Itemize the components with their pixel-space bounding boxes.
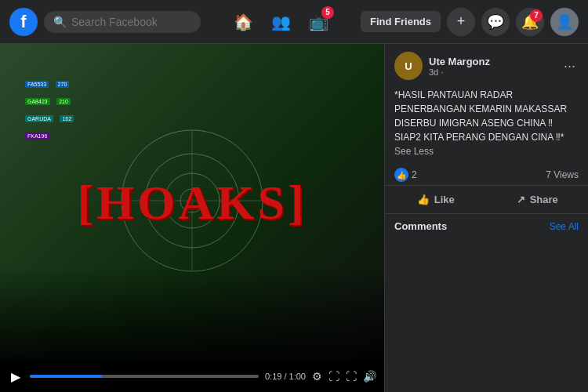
find-friends-button[interactable]: Find Friends <box>361 11 441 32</box>
messenger-icon: 💬 <box>487 13 504 31</box>
right-panel: U Ute Margonz 3d · ··· *HASIL PANTAUAN R… <box>384 44 588 392</box>
create-button[interactable]: + <box>447 8 475 36</box>
people-nav-button[interactable]: 👥 <box>263 5 298 39</box>
comments-section: Comments See All <box>385 214 588 392</box>
flight-tag-alt-1: 270 <box>56 81 70 88</box>
share-action-button[interactable]: ↗ Share <box>487 189 589 210</box>
profile-avatar-button[interactable]: 👤 <box>550 8 579 36</box>
views-count: 7 Views <box>546 169 579 180</box>
see-all-comments-button[interactable]: See All <box>550 221 579 232</box>
play-button[interactable]: ▶ <box>8 369 24 384</box>
flight-tag-4: FKA196 <box>25 132 49 140</box>
more-options-button[interactable]: ··· <box>561 58 579 74</box>
notifications-button[interactable]: 🔔 7 <box>516 8 544 36</box>
post-author-avatar: U <box>394 52 423 80</box>
flight-tag-2: GA8423 <box>25 98 50 105</box>
flight-tag-1: FA5533 <box>25 81 49 88</box>
notif-badge: 7 <box>530 9 543 22</box>
video-timestamp: 0:19 / 1:00 <box>265 372 306 381</box>
facebook-logo: f <box>9 8 38 36</box>
like-reaction-icon: 👍 <box>394 168 408 182</box>
messenger-button[interactable]: 💬 <box>481 8 510 36</box>
post-actions: 👍 Like ↗ Share <box>385 186 588 214</box>
post-stats: 👍 2 7 Views <box>385 165 588 186</box>
comments-label: Comments <box>394 220 447 232</box>
flight-tags: FA5533 270 GA8423 210 GARUDA 162 FKA196 <box>24 75 75 141</box>
like-count: 👍 2 <box>394 168 417 182</box>
top-navigation: f 🔍 🏠 👥 📺 5 Find Friends + 💬 🔔 7 👤 <box>0 0 588 44</box>
see-less-button[interactable]: See Less <box>394 146 434 157</box>
flight-tag-alt-2: 210 <box>56 98 71 105</box>
nav-center-icons: 🏠 👥 📺 5 <box>207 5 354 39</box>
share-action-icon: ↗ <box>517 194 525 205</box>
video-section: FA5533 270 GA8423 210 GARUDA 162 FKA196 <box>0 44 384 392</box>
post-time: 3d · <box>429 67 554 77</box>
people-icon: 👥 <box>271 13 291 31</box>
hoaks-label: [HOAKS] <box>77 175 307 230</box>
search-input[interactable] <box>71 16 189 28</box>
progress-fill <box>30 375 102 378</box>
post-body-text: *HASIL PANTAUAN RADAR PENERBANGAN KEMARI… <box>385 85 588 165</box>
nav-right-actions: Find Friends + 💬 🔔 7 👤 <box>361 8 579 36</box>
post-author-name: Ute Margonz <box>429 56 554 67</box>
main-content: FA5533 270 GA8423 210 GARUDA 162 FKA196 <box>0 44 588 392</box>
comments-header: Comments See All <box>394 220 579 232</box>
search-icon: 🔍 <box>53 16 67 28</box>
search-bar-container[interactable]: 🔍 <box>44 11 201 33</box>
pip-button[interactable]: ⛶ <box>328 370 339 383</box>
post-meta: Ute Margonz 3d · <box>429 56 554 77</box>
watch-nav-button[interactable]: 📺 5 <box>301 5 336 39</box>
post-header: U Ute Margonz 3d · ··· <box>385 44 588 85</box>
fullscreen-button[interactable]: ⛶ <box>346 370 357 383</box>
flight-tag-alt-3: 162 <box>60 115 74 122</box>
volume-button[interactable]: 🔊 <box>363 370 376 383</box>
flight-tag-3: GARUDA <box>25 115 53 122</box>
home-nav-button[interactable]: 🏠 <box>226 5 260 39</box>
settings-icon-button[interactable]: ⚙ <box>312 370 322 383</box>
progress-bar[interactable] <box>30 375 259 378</box>
home-icon: 🏠 <box>234 13 253 31</box>
watch-badge: 5 <box>321 6 334 19</box>
like-action-button[interactable]: 👍 Like <box>385 189 487 210</box>
video-area[interactable]: FA5533 270 GA8423 210 GARUDA 162 FKA196 <box>0 44 384 361</box>
plus-icon: + <box>457 13 466 30</box>
video-controls: ▶ 0:19 / 1:00 ⚙ ⛶ ⛶ 🔊 <box>0 361 384 392</box>
like-action-icon: 👍 <box>417 194 430 205</box>
